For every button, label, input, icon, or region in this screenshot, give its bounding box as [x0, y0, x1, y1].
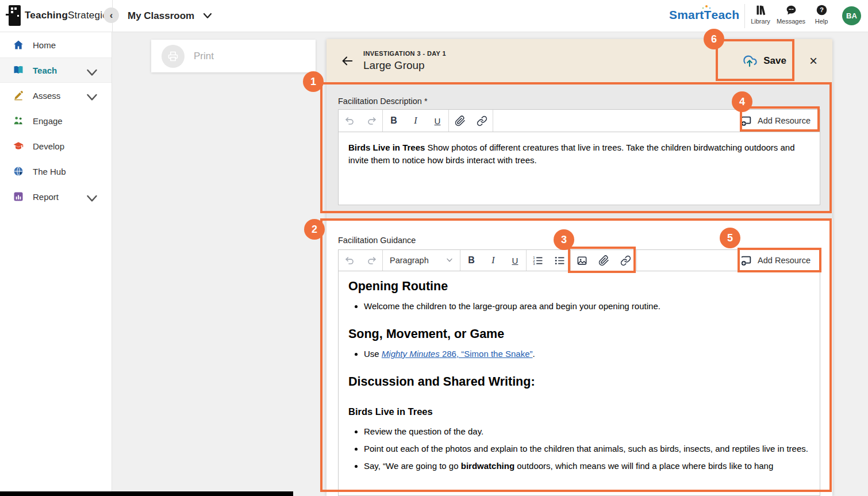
annotation-circle-2: 2: [304, 219, 325, 240]
add-resource-label: Add Resource: [758, 116, 811, 125]
underline-button[interactable]: U: [504, 250, 526, 271]
nav-library-label: Library: [751, 18, 770, 25]
sidebar-item-label: Report: [33, 192, 59, 202]
teaching-strategies-logo: TeachingStrategies®: [6, 5, 117, 26]
description-bold-text: Birds Live in Trees: [348, 143, 425, 152]
redo-button[interactable]: [360, 250, 382, 271]
sidebar-item-the-hub[interactable]: The Hub: [0, 159, 112, 184]
guidance-bullet: Review the question of the day.: [364, 425, 810, 438]
people-icon: [13, 115, 24, 126]
annotation-circle-1: 1: [303, 71, 324, 92]
description-text-area[interactable]: Birds Live in Trees Show photos of diffe…: [338, 132, 820, 205]
classroom-label: My Classroom: [128, 10, 194, 22]
back-arrow-button[interactable]: [340, 55, 354, 67]
add-resource-button[interactable]: Add Resource: [731, 250, 820, 271]
add-resource-button[interactable]: Add Resource: [731, 110, 820, 132]
guidance-heading: Discussion and Shared Writing:: [348, 375, 810, 388]
facilitation-description-label: Facilitation Description *: [338, 97, 428, 106]
collapse-sidebar-button[interactable]: ‹: [103, 7, 119, 23]
help-icon: ?: [816, 4, 828, 16]
redo-button[interactable]: [360, 110, 382, 132]
guidance-bullet: Welcome the children to the large-group …: [364, 300, 810, 313]
guidance-bullet: Say, “We are going to go birdwatching ou…: [364, 460, 810, 472]
sidebar-item-assess[interactable]: Assess: [0, 83, 112, 108]
sidebar-item-label: Teach: [33, 66, 57, 75]
italic-button[interactable]: I: [405, 110, 427, 132]
screen: TeachingStrategies® ‹ My Classroom Smart…: [0, 0, 868, 496]
cloud-upload-icon: [742, 53, 758, 68]
paragraph-style-value: Paragraph: [390, 256, 429, 265]
sidebar-item-engage[interactable]: Engage: [0, 108, 112, 133]
top-bar: TeachingStrategies® ‹ My Classroom Smart…: [0, 0, 868, 32]
guidance-heading: Opening Routine: [348, 280, 810, 293]
guidance-text-area[interactable]: Opening Routine Welcome the children to …: [338, 271, 820, 496]
nav-messages[interactable]: Messages: [775, 4, 806, 25]
sidebar-item-label: Assess: [33, 91, 60, 101]
classroom-selector[interactable]: My Classroom: [128, 0, 212, 32]
undo-button[interactable]: [339, 250, 360, 271]
smartteach-logo: SmartTeach: [669, 8, 739, 22]
guidance-list: Welcome the children to the large-group …: [348, 300, 810, 313]
insert-image-button[interactable]: [571, 250, 593, 271]
editor-header: INVESTIGATION 3 - DAY 1 Large Group Save…: [327, 39, 832, 82]
user-avatar[interactable]: BA: [842, 6, 861, 25]
description-toolbar: B I U Add Resource: [338, 109, 820, 132]
add-resource-icon: [740, 254, 752, 267]
globe-heart-icon: [13, 166, 24, 177]
attachment-button[interactable]: [593, 250, 614, 271]
guidance-subheading: Birds Live in Trees: [348, 405, 810, 418]
add-resource-icon: [740, 114, 752, 127]
guidance-bullet: Point out each of the photos and explain…: [364, 443, 810, 455]
sidebar-item-report[interactable]: Report: [0, 184, 112, 209]
undo-button[interactable]: [339, 110, 360, 132]
nav-library[interactable]: Library: [745, 4, 776, 25]
bold-button[interactable]: B: [383, 110, 405, 132]
add-resource-label: Add Resource: [758, 256, 811, 265]
editor-titles: INVESTIGATION 3 - DAY 1 Large Group: [363, 50, 446, 72]
close-icon[interactable]: ×: [801, 54, 832, 68]
facilitation-guidance-label: Facilitation Guidance: [338, 236, 416, 245]
guidance-bullet: Use Mighty Minutes 286, “Simon the Snake…: [364, 348, 810, 360]
paragraph-style-dropdown[interactable]: Paragraph: [383, 250, 460, 271]
save-button[interactable]: Save: [727, 39, 801, 82]
print-button[interactable]: Print: [151, 40, 316, 72]
mighty-minutes-link[interactable]: Mighty Minutes 286, “Simon the Snake”: [382, 349, 533, 359]
print-icon: [162, 45, 185, 68]
activity-editor-panel: INVESTIGATION 3 - DAY 1 Large Group Save…: [327, 39, 832, 496]
link-button[interactable]: [614, 250, 636, 271]
nav-help-label: Help: [815, 18, 828, 25]
nav-messages-label: Messages: [777, 18, 805, 25]
home-icon: [13, 39, 24, 51]
guidance-toolbar: Paragraph B I U 123 Add Resource: [338, 249, 820, 271]
italic-button[interactable]: I: [482, 250, 504, 271]
facilitation-guidance-section: Facilitation Guidance Paragraph B I U 12…: [327, 218, 832, 496]
guidance-heading: Song, Movement, or Game: [348, 328, 810, 340]
attachment-button[interactable]: [449, 110, 471, 132]
svg-text:3: 3: [533, 262, 535, 266]
messages-icon: [785, 4, 797, 16]
print-label: Print: [194, 51, 214, 62]
sidebar-item-label: Develop: [33, 141, 64, 151]
screenshot-bottom-bar: [0, 491, 293, 496]
brand-text: TeachingStrategies®: [25, 10, 117, 21]
chevron-down-icon: [86, 193, 98, 205]
bold-button[interactable]: B: [460, 250, 482, 271]
guidance-list: Use Mighty Minutes 286, “Simon the Snake…: [348, 348, 810, 360]
sidebar-item-label: Home: [33, 40, 56, 50]
sparkle-icon: [705, 5, 708, 7]
underline-button[interactable]: U: [427, 110, 448, 132]
ordered-list-button[interactable]: 123: [527, 250, 548, 271]
chevron-down-icon: [86, 92, 98, 103]
page-title: Large Group: [363, 59, 446, 72]
nav-help[interactable]: ? Help: [806, 4, 837, 25]
sidebar-item-develop[interactable]: Develop: [0, 133, 112, 159]
sidebar-item-teach[interactable]: Teach: [0, 57, 112, 83]
link-button[interactable]: [471, 110, 493, 132]
door-logo-icon: [6, 5, 21, 26]
save-label: Save: [763, 55, 786, 67]
svg-text:?: ?: [820, 6, 824, 13]
sidebar-item-home[interactable]: Home: [0, 32, 112, 57]
bullet-list-button[interactable]: [548, 250, 570, 271]
library-icon: [755, 4, 767, 16]
chevron-down-icon: [446, 258, 453, 263]
